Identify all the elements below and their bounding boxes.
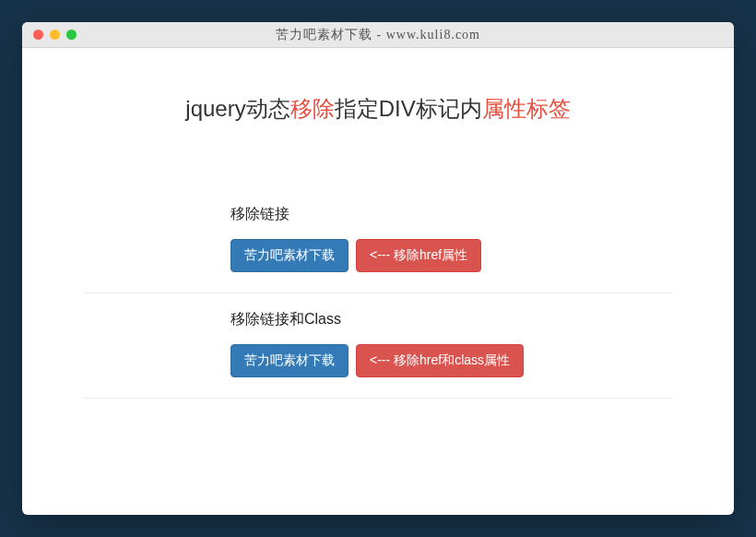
title-highlight: 属性标签 [482,96,571,121]
download-link-button[interactable]: 苦力吧素材下载 [230,344,348,377]
sections-container: 移除链接 苦力吧素材下载 <--- 移除href属性 移除链接和Class 苦力… [83,188,673,399]
page-title: jquery动态移除指定DIV标记内属性标签 [59,94,697,124]
remove-href-button[interactable]: <--- 移除href属性 [356,239,481,272]
button-row: 苦力吧素材下载 <--- 移除href和class属性 [230,344,673,377]
section-remove-link: 移除链接 苦力吧素材下载 <--- 移除href属性 [83,188,673,293]
close-icon[interactable] [33,30,43,40]
window-title: 苦力吧素材下载 - www.kuli8.com [22,27,734,43]
download-link-button[interactable]: 苦力吧素材下载 [230,239,348,272]
title-highlight: 移除 [290,96,335,121]
remove-href-class-button[interactable]: <--- 移除href和class属性 [356,344,524,377]
traffic-lights [22,30,77,40]
minimize-icon[interactable] [50,30,60,40]
titlebar: 苦力吧素材下载 - www.kuli8.com [22,22,734,48]
app-window: 苦力吧素材下载 - www.kuli8.com jquery动态移除指定DIV标… [22,22,734,515]
maximize-icon[interactable] [66,30,77,40]
title-part: 指定DIV标记内 [335,96,482,121]
section-title: 移除链接和Class [230,310,673,329]
title-part: jquery动态 [185,96,289,121]
button-row: 苦力吧素材下载 <--- 移除href属性 [230,239,673,272]
section-title: 移除链接 [230,205,673,224]
section-remove-link-class: 移除链接和Class 苦力吧素材下载 <--- 移除href和class属性 [83,293,673,399]
content-area: jquery动态移除指定DIV标记内属性标签 移除链接 苦力吧素材下载 <---… [22,48,734,426]
